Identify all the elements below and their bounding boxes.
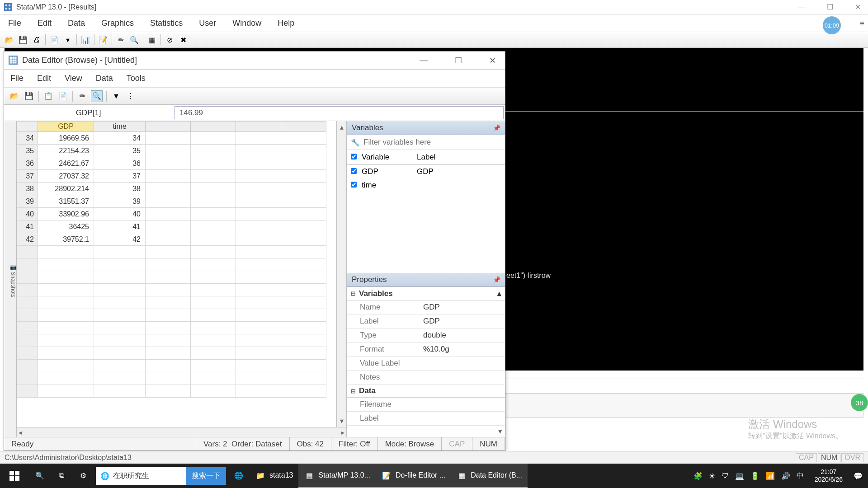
cell-empty[interactable] bbox=[38, 246, 94, 258]
tray-notifications-icon[interactable]: 💬 bbox=[854, 472, 863, 480]
taskbar-search-icon[interactable]: 🔍 bbox=[29, 464, 51, 488]
tray-ime-icon[interactable]: 中 bbox=[797, 471, 804, 481]
table-row[interactable] bbox=[17, 385, 326, 398]
cell-empty[interactable] bbox=[38, 258, 94, 271]
taskbar-item[interactable]: 📝Do-file Editor ... bbox=[376, 464, 451, 488]
property-row[interactable]: NameGDP bbox=[347, 300, 505, 314]
property-row[interactable]: Typedouble bbox=[347, 328, 505, 343]
table-row[interactable] bbox=[17, 258, 326, 271]
cell-empty[interactable] bbox=[281, 258, 326, 271]
de-menu-data[interactable]: Data bbox=[96, 74, 113, 83]
scroll-down-icon[interactable]: ▾ bbox=[347, 426, 505, 437]
cell-empty[interactable] bbox=[281, 309, 326, 322]
table-row[interactable] bbox=[17, 296, 326, 309]
cell-empty[interactable] bbox=[146, 360, 191, 372]
pin-icon[interactable]: 📌 bbox=[493, 124, 500, 131]
de-edit-mode-icon[interactable]: ✏ bbox=[76, 90, 88, 102]
cell-empty[interactable] bbox=[94, 322, 146, 334]
tray-icon[interactable]: ☀ bbox=[709, 472, 715, 480]
cell-empty[interactable] bbox=[236, 334, 281, 347]
collapse-icon[interactable]: ⊟ bbox=[351, 388, 359, 394]
de-menu-view[interactable]: View bbox=[65, 74, 82, 83]
cell-empty[interactable] bbox=[146, 271, 191, 284]
dofile-icon[interactable]: 📝 bbox=[97, 34, 109, 46]
row-header[interactable]: 41 bbox=[17, 221, 38, 233]
cell-empty[interactable] bbox=[94, 246, 146, 258]
cell-empty[interactable] bbox=[281, 347, 326, 360]
de-menu-file[interactable]: File bbox=[10, 74, 24, 83]
row-header[interactable] bbox=[17, 284, 38, 296]
variable-checkbox[interactable] bbox=[351, 168, 357, 174]
cell-empty[interactable] bbox=[146, 157, 191, 170]
cell-empty[interactable] bbox=[236, 195, 281, 208]
taskbar-searchbox[interactable]: 🌐在职研究生 搜索一下 bbox=[96, 467, 226, 485]
cell-empty[interactable] bbox=[281, 385, 326, 398]
cell-empty[interactable] bbox=[38, 296, 94, 309]
cell-gdp[interactable]: 31551.37 bbox=[38, 195, 94, 208]
cell-empty[interactable] bbox=[38, 334, 94, 347]
cell-empty[interactable] bbox=[146, 183, 191, 195]
taskbar-taskview-icon[interactable]: ⧉ bbox=[51, 464, 72, 488]
log-icon[interactable]: 📄 bbox=[48, 34, 60, 46]
row-header[interactable] bbox=[17, 334, 38, 347]
properties-group-data[interactable]: ⊟ Data bbox=[347, 385, 505, 398]
cell-time[interactable]: 41 bbox=[94, 221, 146, 233]
viewer-icon[interactable]: ▾ bbox=[62, 34, 74, 46]
table-row[interactable]: 42 39752.1 42 bbox=[17, 233, 326, 246]
cell-time[interactable]: 39 bbox=[94, 195, 146, 208]
variables-manager-icon[interactable]: ▦ bbox=[146, 34, 158, 46]
cell-empty[interactable] bbox=[191, 372, 236, 385]
cell-empty[interactable] bbox=[236, 258, 281, 271]
de-minimize-button[interactable]: — bbox=[415, 54, 432, 67]
cell-empty[interactable] bbox=[281, 334, 326, 347]
property-row[interactable]: Value Label bbox=[347, 357, 505, 371]
cell-empty[interactable] bbox=[94, 347, 146, 360]
cell-gdp[interactable]: 24621.67 bbox=[38, 157, 94, 170]
cell-empty[interactable] bbox=[38, 284, 94, 296]
row-header[interactable] bbox=[17, 322, 38, 334]
cell-empty[interactable] bbox=[236, 296, 281, 309]
cell-empty[interactable] bbox=[281, 271, 326, 284]
cell-empty[interactable] bbox=[191, 258, 236, 271]
variable-row[interactable]: time bbox=[347, 178, 505, 192]
save-icon[interactable]: 💾 bbox=[17, 34, 29, 46]
menu-statistics[interactable]: Statistics bbox=[147, 17, 185, 30]
cell-empty[interactable] bbox=[191, 170, 236, 183]
row-header[interactable] bbox=[17, 385, 38, 398]
cell-gdp[interactable]: 22154.23 bbox=[38, 145, 94, 157]
cell-empty[interactable] bbox=[191, 322, 236, 334]
header-label[interactable]: Label bbox=[417, 153, 436, 162]
row-header[interactable] bbox=[17, 258, 38, 271]
cell-gdp[interactable]: 33902.96 bbox=[38, 208, 94, 221]
cell-empty[interactable] bbox=[191, 221, 236, 233]
cell-empty[interactable] bbox=[38, 271, 94, 284]
scroll-right-icon[interactable]: ▸ bbox=[341, 429, 344, 436]
column-header-gdp[interactable]: GDP bbox=[38, 122, 94, 132]
cell-empty[interactable] bbox=[38, 309, 94, 322]
cell-time[interactable]: 40 bbox=[94, 208, 146, 221]
de-save-icon[interactable]: 💾 bbox=[23, 90, 35, 102]
cell-empty[interactable] bbox=[236, 360, 281, 372]
cell-empty[interactable] bbox=[146, 132, 191, 145]
cell-empty[interactable] bbox=[236, 221, 281, 233]
cell-empty[interactable] bbox=[146, 221, 191, 233]
cell-empty[interactable] bbox=[281, 195, 326, 208]
column-header-time[interactable]: time bbox=[94, 122, 146, 132]
cell-empty[interactable] bbox=[94, 385, 146, 398]
menu-edit[interactable]: Edit bbox=[35, 17, 54, 30]
row-header[interactable] bbox=[17, 347, 38, 360]
cell-gdp[interactable]: 19669.56 bbox=[38, 132, 94, 145]
tray-icon[interactable]: 🛡 bbox=[722, 472, 729, 480]
table-row[interactable]: 36 24621.67 36 bbox=[17, 157, 326, 170]
de-maximize-button[interactable]: ☐ bbox=[450, 54, 467, 67]
record-badge[interactable]: 01:09 bbox=[823, 16, 841, 34]
cell-empty[interactable] bbox=[146, 145, 191, 157]
cell-empty[interactable] bbox=[146, 322, 191, 334]
menu-graphics[interactable]: Graphics bbox=[99, 17, 137, 30]
floating-badge[interactable]: 38 bbox=[851, 394, 868, 411]
cell-empty[interactable] bbox=[38, 322, 94, 334]
cell-empty[interactable] bbox=[191, 157, 236, 170]
variable-row[interactable]: GDP GDP bbox=[347, 165, 505, 178]
header-variable[interactable]: Variable bbox=[362, 153, 417, 162]
row-header[interactable]: 39 bbox=[17, 195, 38, 208]
